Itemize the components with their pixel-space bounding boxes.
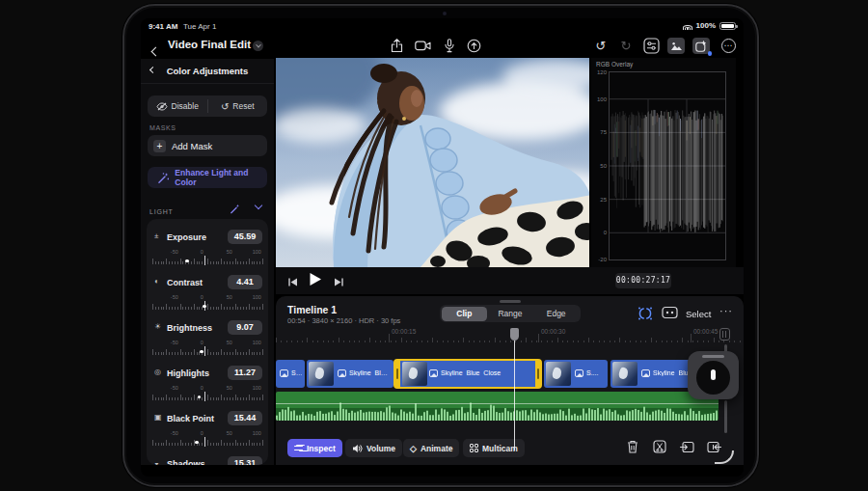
slider-ruler[interactable]: -50050100 [152,430,262,448]
slider-row: ◐Contrast4.41 [154,275,262,290]
timeline-clip[interactable]: Skyline_Blue_Wide [307,360,393,388]
viewer-photo [276,58,589,267]
collapse-section-button[interactable] [255,202,262,209]
mode-edge[interactable]: Edge [533,307,580,321]
tick [202,261,203,265]
tick [246,261,247,265]
slider-ruler[interactable]: -50050100 [152,340,262,357]
slider-zero-line [204,392,205,401]
jog-drag-handle[interactable] [702,355,724,358]
transport-bar: 00:00:27:17 74 % ⋯ [276,267,744,294]
clip-media-icon [429,369,438,377]
more-button[interactable]: ⋯ [719,37,737,54]
slider-value[interactable]: 4.41 [228,275,262,289]
tick [191,397,192,401]
tick [169,261,170,265]
tick [262,349,263,355]
jog-indicator [711,369,716,380]
pointer-circle-button[interactable] [465,37,482,54]
back-button[interactable] [152,41,159,59]
clip-appearance-button[interactable] [662,306,678,319]
corner-swoosh [715,450,734,464]
tick [194,349,195,355]
ruler-tick [662,341,663,343]
tick [180,395,181,400]
ruler-timecode: 00:00:30 [541,328,565,335]
redo-button[interactable]: ↻ [617,37,635,54]
timeline-zoom-control[interactable] [719,328,730,341]
enhance-light-color-button[interactable]: Enhance Light and Color [148,167,267,188]
ruler-tick [656,341,657,343]
slider-thumb[interactable] [185,259,189,263]
project-menu-button[interactable] [253,41,263,51]
slider-value[interactable]: 15.44 [228,411,262,425]
slider-value[interactable]: 45.59 [228,230,262,244]
inspector-toggle-button[interactable] [642,37,660,54]
mode-range[interactable]: Range [487,307,533,321]
slider-ruler[interactable]: -50050100 [152,385,262,402]
timeline-more-button[interactable]: ··· [719,305,733,316]
slider-thumb[interactable] [203,305,206,309]
timeline-clip[interactable]: S.... [544,360,608,388]
reset-button[interactable]: ↺ Reset [208,95,268,117]
slider-value[interactable]: 11.27 [228,366,262,380]
slider-ruler[interactable]: -50050100 [152,294,262,312]
tick [169,307,170,311]
ruler-tick [495,338,496,342]
tick [182,352,183,356]
audio-track[interactable] [276,392,719,421]
tick [237,261,238,265]
timeline-clip[interactable]: Skyline_Blue_Close [394,360,541,388]
slider-thumb[interactable] [195,441,199,445]
audio-volume-line[interactable] [276,403,719,404]
blade-cut-button[interactable] [653,440,666,457]
ruler-tick [729,341,730,343]
playhead-handle[interactable] [510,328,519,341]
mode-clip[interactable]: Clip [442,307,488,321]
media-browser-button[interactable] [667,37,685,54]
slider-contrast: ◐Contrast4.41-50050100 [147,270,268,315]
slider-row: ◒Shadows15.31 [154,456,262,465]
reset-label: Reset [232,101,254,111]
tick [166,259,167,264]
scale-label: 0 [201,249,203,255]
effects-button[interactable] [692,37,710,54]
viewer[interactable] [276,58,589,267]
slider-value[interactable]: 9.07 [228,320,262,335]
select-button[interactable]: Select [686,309,711,319]
tick [191,261,192,265]
slider-thumb[interactable] [198,396,202,399]
scale-label: 0 [201,294,203,300]
inspect-tool-button[interactable]: Inspect [287,439,342,457]
timeline-scrollbar[interactable] [724,400,727,433]
volume-tool-button[interactable]: Volume [345,439,402,457]
ruler-tick [666,341,667,343]
delete-clip-button[interactable] [627,440,638,457]
microphone-button[interactable] [441,37,458,54]
slider-value[interactable]: 15.31 [228,456,262,465]
slider-ruler[interactable]: -50050100 [152,249,262,266]
timeline-drag-handle[interactable] [500,300,521,303]
add-mask-button[interactable]: + Add Mask [148,135,267,156]
timeline-name: Timeline 1 [287,304,337,315]
tick [232,307,233,311]
overwrite-clip-button[interactable] [680,440,694,457]
timeline-clip[interactable]: Sk.. [276,360,305,388]
tick [243,307,244,311]
animate-tool-button[interactable]: ◇ Animate [403,439,459,457]
skip-back-button[interactable] [287,274,298,291]
slider-thumb[interactable] [200,350,203,354]
light-auto-enhance-button[interactable] [230,201,240,218]
disable-button[interactable]: Disable [148,95,207,117]
snapping-button[interactable] [637,306,653,321]
animate-label: Animate [420,444,453,453]
camera-button[interactable] [414,37,431,54]
play-button[interactable] [309,272,322,290]
trim-handle-left[interactable] [394,360,400,388]
share-button[interactable] [388,37,405,54]
trim-handle-right[interactable] [535,360,541,388]
skip-forward-button[interactable] [334,274,344,291]
ruler-tick [489,341,490,343]
undo-button[interactable]: ↺ [592,37,610,54]
jog-wheel[interactable] [688,351,739,399]
